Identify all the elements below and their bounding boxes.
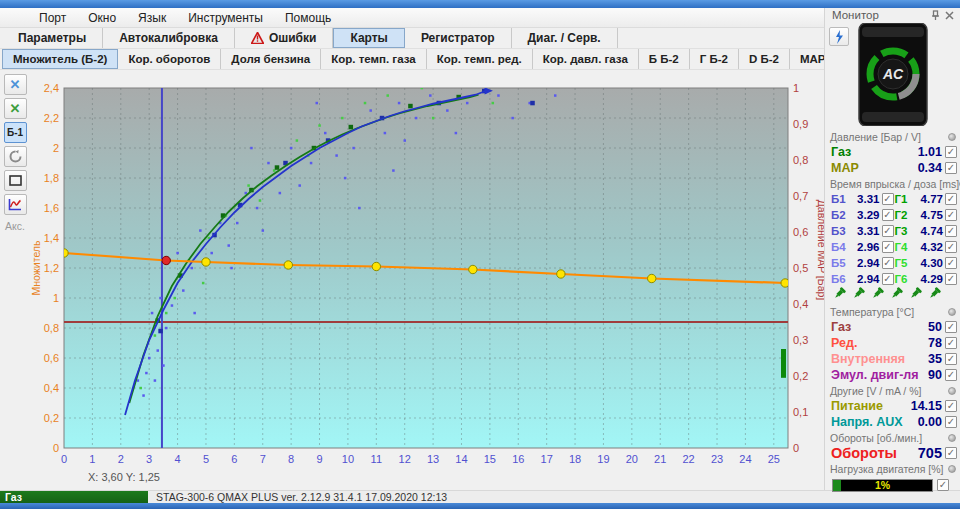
subtab-Доля бензина[interactable]: Доля бензина — [221, 49, 321, 69]
subtab-Кор. оборотов[interactable]: Кор. оборотов — [118, 49, 221, 69]
multiplier-point[interactable] — [284, 261, 292, 269]
value-label: MAP — [831, 161, 918, 175]
scatter-point-green — [514, 84, 517, 87]
scatter-point-blue — [210, 252, 213, 255]
scatter-point-blue — [392, 169, 395, 172]
clear-blue-button[interactable]: ✕ — [4, 74, 27, 95]
checkbox[interactable]: ✓ — [882, 241, 894, 253]
checkbox[interactable]: ✓ — [945, 209, 957, 221]
checkbox[interactable]: ✓ — [882, 257, 894, 269]
scatter-point-green — [440, 84, 443, 87]
checkbox[interactable]: ✓ — [945, 400, 957, 412]
x-tick-label: 4 — [175, 453, 181, 465]
clear-green-button[interactable]: ✕ — [4, 98, 27, 119]
gas-injector-label: Г5 — [895, 257, 914, 269]
petrol-injection-time: 2.94 — [851, 273, 879, 285]
zoom-select-button[interactable] — [4, 170, 27, 191]
checkbox[interactable]: ✓ — [945, 447, 957, 459]
refresh-button[interactable] — [4, 146, 27, 167]
y-left-tick-label: 0,4 — [44, 382, 59, 394]
multiplier-point[interactable] — [557, 270, 565, 278]
tab-Диаг. / Серв.[interactable]: Диаг. / Серв. — [512, 28, 618, 48]
y-left-tick-label: 1,6 — [44, 202, 59, 214]
tab-Параметры[interactable]: Параметры — [2, 28, 103, 48]
graph-mode-button[interactable] — [4, 194, 27, 215]
tab-Регистратор[interactable]: Регистратор — [405, 28, 512, 48]
multiplier-point[interactable] — [202, 258, 210, 266]
chart-toolbar: ✕ ✕ Б-1 — [0, 70, 30, 490]
checkbox[interactable]: ✓ — [882, 209, 894, 221]
checkbox[interactable]: ✓ — [945, 162, 957, 174]
checkbox[interactable]: ✓ — [945, 416, 957, 428]
scatter-point-blue — [230, 267, 233, 270]
tab-Карты[interactable]: Карты — [333, 28, 404, 48]
subtab-D Б-2[interactable]: D Б-2 — [739, 49, 790, 69]
tab-Автокалибровка[interactable]: Автокалибровка — [103, 28, 235, 48]
injection-row: Б42.96✓Г44.32✓ — [828, 239, 957, 255]
petrol-injector-label: Б4 — [831, 241, 850, 253]
gas-injection-time: 4.75 — [915, 209, 943, 221]
checkbox[interactable]: ✓ — [945, 257, 957, 269]
multiplier-point[interactable] — [372, 262, 380, 270]
multiplier-point[interactable] — [648, 274, 656, 282]
multiplier-point[interactable] — [469, 265, 477, 273]
multiplier-point[interactable] — [60, 249, 68, 257]
y-left-axis-title: Множитель — [30, 240, 42, 295]
scatter-point-green — [341, 117, 344, 120]
close-icon[interactable] — [944, 10, 955, 21]
petrol-injection-time: 2.94 — [851, 257, 879, 269]
multiplier-point-selected[interactable] — [162, 256, 170, 264]
bank-b1-button[interactable]: Б-1 — [4, 122, 27, 143]
checkbox[interactable]: ✓ — [945, 273, 957, 285]
injector-icon[interactable] — [927, 286, 942, 305]
section-header: Нагрузка двигателя [%] — [828, 461, 957, 476]
checkbox[interactable]: ✓ — [945, 193, 957, 205]
tab-label: Карты — [350, 31, 387, 45]
subtab-Кор. темп. ред.[interactable]: Кор. темп. ред. — [427, 49, 533, 69]
x-tick-label: 1 — [89, 453, 95, 465]
checkbox[interactable]: ✓ — [882, 273, 894, 285]
menu-item-Язык[interactable]: Язык — [127, 11, 177, 25]
scatter-point-green — [318, 124, 321, 127]
value-number: 14.15 — [911, 399, 942, 413]
subtab-Б Б-2[interactable]: Б Б-2 — [639, 49, 690, 69]
checkbox[interactable]: ✓ — [945, 225, 957, 237]
injector-icon[interactable] — [908, 286, 923, 305]
tab-Ошибки[interactable]: Ошибки — [235, 28, 334, 48]
menu-item-Инструменты[interactable]: Инструменты — [177, 11, 274, 25]
x-tick-label: 5 — [203, 453, 209, 465]
menu-item-Помощь[interactable]: Помощь — [274, 11, 342, 25]
checkbox[interactable]: ✓ — [945, 353, 957, 365]
menu-item-Окно[interactable]: Окно — [77, 11, 127, 25]
checkbox[interactable]: ✓ — [882, 225, 894, 237]
scatter-point-blue — [344, 177, 347, 180]
checkbox[interactable]: ✓ — [945, 337, 957, 349]
injector-icon[interactable] — [889, 286, 904, 305]
scatter-point-blue — [352, 147, 355, 150]
injector-icon[interactable] — [851, 286, 866, 305]
line-chart-icon — [8, 198, 22, 211]
scatter-point-blue — [165, 327, 168, 330]
checkbox[interactable]: ✓ — [882, 193, 894, 205]
x-tick-label: 10 — [342, 453, 354, 465]
axes-label[interactable]: Акс. — [5, 220, 25, 232]
checkbox[interactable]: ✓ — [945, 241, 957, 253]
checkbox[interactable]: ✓ — [945, 321, 957, 333]
subtab-Кор. давл. газа[interactable]: Кор. давл. газа — [533, 49, 639, 69]
checkbox[interactable]: ✓ — [937, 479, 949, 491]
x-tick-label: 7 — [260, 453, 266, 465]
connect-button[interactable] — [829, 27, 849, 46]
subtab-Г Б-2[interactable]: Г Б-2 — [690, 49, 739, 69]
checkbox[interactable]: ✓ — [945, 369, 957, 381]
indicator-led — [948, 133, 956, 141]
scatter-point-blue — [250, 147, 253, 150]
x-tick-label: 18 — [569, 453, 581, 465]
injector-icon[interactable] — [832, 286, 847, 305]
subtab-Кор. темп. газа[interactable]: Кор. темп. газа — [321, 49, 426, 69]
subtab-Множитель (Б-2)[interactable]: Множитель (Б-2) — [2, 49, 118, 69]
map-chart[interactable]: 0123456789101112131415161718192021222324… — [30, 70, 824, 466]
checkbox[interactable]: ✓ — [945, 146, 957, 158]
pin-icon[interactable] — [930, 10, 941, 21]
menu-item-Порт[interactable]: Порт — [28, 11, 77, 25]
injector-icon[interactable] — [870, 286, 885, 305]
